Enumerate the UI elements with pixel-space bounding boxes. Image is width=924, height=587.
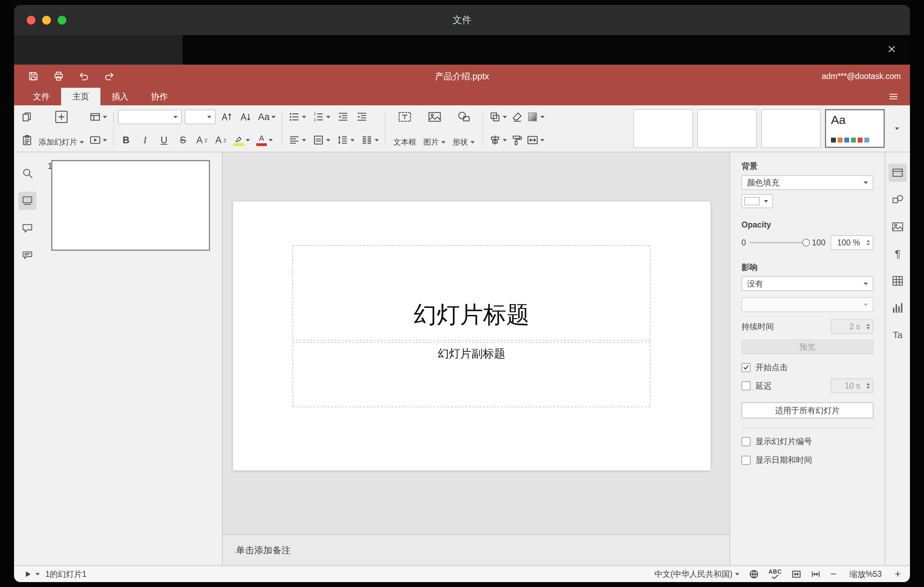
zoom-out-button[interactable]: − — [830, 569, 837, 579]
effect-select[interactable]: 没有 — [741, 276, 873, 291]
redo-button[interactable] — [99, 68, 119, 85]
font-size-select[interactable] — [185, 110, 216, 124]
table-settings-tab[interactable] — [889, 272, 907, 290]
theme-option-1[interactable] — [633, 109, 693, 148]
close-icon[interactable] — [883, 41, 900, 58]
effect-type-select[interactable] — [741, 297, 873, 312]
delay-input[interactable]: 10 s — [831, 378, 873, 393]
start-slideshow-button[interactable] — [23, 569, 40, 579]
insert-image-button[interactable]: 图片 — [420, 106, 449, 152]
add-slide-button[interactable]: 添加幻灯片 — [35, 106, 87, 152]
columns-button[interactable] — [359, 132, 381, 148]
increase-indent-button[interactable] — [354, 109, 370, 125]
zoom-level[interactable]: 缩放%53 — [846, 569, 885, 580]
zoom-in-button[interactable]: + — [894, 569, 901, 579]
duration-input[interactable]: 2 s — [831, 319, 873, 334]
spinner-icon[interactable] — [866, 236, 870, 249]
background-fill-select[interactable]: 颜色填充 — [741, 175, 873, 190]
subscript-button[interactable]: A2 — [213, 132, 229, 148]
slides-panel-button[interactable] — [18, 192, 36, 210]
slide-canvas[interactable]: 幻灯片标题 幻灯片副标题 — [223, 152, 729, 534]
chart-settings-tab[interactable] — [889, 299, 907, 317]
tab-collaboration[interactable]: 协作 — [140, 88, 179, 106]
slide-layout-button[interactable] — [87, 109, 109, 125]
save-icon — [27, 70, 39, 82]
menu-button[interactable] — [888, 88, 899, 106]
highlight-color-button[interactable] — [232, 132, 252, 148]
text-box-button[interactable]: 文本框 — [390, 106, 420, 152]
minimize-traffic-light[interactable] — [42, 16, 51, 25]
fit-width-button[interactable] — [811, 569, 820, 579]
show-date-time-checkbox[interactable]: 显示日期和时间 — [741, 455, 873, 465]
opacity-input[interactable]: 100 % — [831, 235, 873, 250]
paragraph-settings-tab[interactable]: ¶ — [889, 245, 907, 263]
delay-checkbox[interactable]: 延迟 — [741, 381, 772, 391]
spinner-icon[interactable] — [866, 379, 870, 392]
tab-insert[interactable]: 插入 — [101, 88, 140, 106]
background-color-picker[interactable] — [741, 194, 773, 208]
home-toolbar: 添加幻灯片 — [14, 106, 910, 152]
font-name-select[interactable] — [118, 110, 182, 124]
save-button[interactable] — [23, 68, 43, 85]
show-slide-number-checkbox[interactable]: 显示幻灯片编号 — [741, 436, 873, 447]
comments-button[interactable] — [18, 219, 36, 237]
theme-option-selected[interactable]: Aa — [825, 109, 885, 148]
document-language-button[interactable] — [749, 569, 759, 579]
paste-button[interactable] — [19, 132, 35, 148]
theme-option-3[interactable] — [761, 109, 821, 148]
shape-settings-tab[interactable] — [889, 191, 907, 209]
notes-area[interactable]: 单击添加备注 — [223, 534, 729, 565]
chevron-down-icon — [350, 139, 355, 142]
undo-button[interactable] — [74, 68, 94, 85]
maximize-traffic-light[interactable] — [58, 16, 66, 25]
image-settings-tab[interactable] — [889, 218, 907, 236]
slide[interactable]: 幻灯片标题 幻灯片副标题 — [233, 201, 711, 470]
clear-style-button[interactable] — [509, 109, 525, 125]
numbering-button[interactable]: 12 — [311, 109, 332, 125]
insert-shape-button[interactable]: 形状 — [449, 106, 478, 152]
horizontal-align-button[interactable] — [287, 132, 308, 148]
spinner-icon[interactable] — [866, 320, 870, 333]
strikeout-button[interactable]: S — [175, 132, 191, 148]
print-button[interactable] — [48, 68, 69, 85]
slide-thumbnail[interactable] — [51, 160, 210, 251]
underline-button[interactable]: U — [156, 132, 172, 148]
arrange-shape-button[interactable] — [487, 109, 509, 125]
slider-knob[interactable] — [802, 239, 810, 246]
apply-to-all-button[interactable]: 适用于所有幻灯片 — [741, 402, 873, 419]
decrease-indent-button[interactable] — [335, 109, 351, 125]
close-traffic-light[interactable] — [27, 16, 35, 25]
copy-style-button[interactable] — [509, 132, 525, 148]
slide-subtitle-placeholder[interactable]: 幻灯片副标题 — [292, 342, 650, 407]
line-spacing-button[interactable] — [335, 132, 356, 148]
align-shape-button[interactable] — [487, 132, 509, 148]
shape-fill-button[interactable] — [525, 109, 546, 125]
copy-button[interactable] — [19, 109, 35, 125]
spellcheck-button[interactable]: ABC — [769, 569, 782, 579]
start-preview-button[interactable] — [87, 132, 109, 148]
feedback-button[interactable] — [18, 246, 36, 265]
opacity-slider[interactable] — [749, 242, 808, 243]
language-selector[interactable]: 中文(中华人民共和国) — [654, 569, 739, 580]
increase-font-button[interactable] — [218, 109, 234, 125]
bold-button[interactable]: B — [118, 132, 134, 148]
decrease-font-button[interactable] — [237, 109, 254, 125]
preview-button[interactable]: 预览 — [741, 340, 873, 354]
vertical-align-button[interactable] — [311, 132, 332, 148]
fit-slide-button[interactable] — [792, 569, 801, 579]
change-case-button[interactable]: Aa — [256, 109, 277, 125]
italic-button[interactable]: I — [137, 132, 153, 148]
bullets-button[interactable] — [287, 109, 308, 125]
slide-title-placeholder[interactable]: 幻灯片标题 — [292, 245, 650, 341]
search-button[interactable] — [18, 164, 36, 183]
slide-size-button[interactable] — [525, 132, 546, 148]
theme-gallery-expand-button[interactable] — [889, 121, 905, 136]
tab-file[interactable]: 文件 — [22, 88, 61, 106]
superscript-button[interactable]: A2 — [194, 132, 210, 148]
textart-settings-tab[interactable]: Ta — [889, 326, 907, 344]
theme-option-2[interactable] — [697, 109, 757, 148]
start-on-click-checkbox[interactable]: 开始点击 — [741, 362, 873, 373]
tab-home[interactable]: 主页 — [61, 88, 101, 106]
font-color-button[interactable]: A — [254, 132, 274, 148]
slide-settings-tab[interactable] — [889, 163, 907, 182]
